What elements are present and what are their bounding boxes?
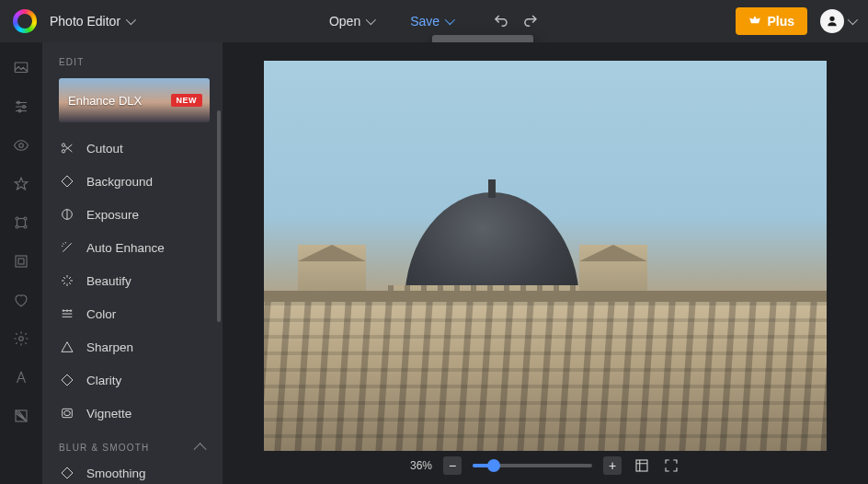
- app-logo[interactable]: [13, 9, 37, 33]
- color-icon: [59, 305, 75, 322]
- tool-vignette[interactable]: Vignette: [42, 397, 223, 430]
- svg-point-5: [16, 217, 18, 220]
- sidebar-scrollbar[interactable]: [217, 110, 221, 322]
- svg-rect-10: [18, 259, 24, 264]
- app-title-dropdown[interactable]: Photo Editor: [50, 14, 133, 29]
- fullscreen-button[interactable]: [662, 456, 680, 475]
- photo-canvas[interactable]: [264, 61, 827, 451]
- zoom-slider[interactable]: [473, 464, 592, 467]
- rail-frame-icon[interactable]: [12, 252, 30, 271]
- rail-heart-icon[interactable]: [12, 291, 30, 309]
- undo-button[interactable]: [493, 13, 509, 29]
- plus-label: Plus: [767, 14, 794, 29]
- zoom-bar: 36% − +: [405, 453, 686, 478]
- svg-rect-9: [16, 256, 27, 267]
- tool-color[interactable]: Color: [42, 297, 223, 330]
- svg-point-6: [24, 217, 27, 220]
- tool-smoothing[interactable]: Smoothing: [42, 456, 223, 484]
- rail-text-icon[interactable]: [12, 368, 30, 386]
- chevron-down-icon: [366, 15, 376, 25]
- svg-point-7: [16, 225, 18, 228]
- zoom-percent-label: 36%: [410, 459, 432, 472]
- top-bar: Photo Editor Open Save Plus: [0, 0, 868, 42]
- chevron-down-icon: [126, 15, 136, 25]
- svg-rect-18: [636, 460, 647, 471]
- rail-star-icon[interactable]: [12, 175, 30, 193]
- account-menu[interactable]: [820, 9, 855, 33]
- save-menu-button[interactable]: Save: [410, 14, 452, 29]
- open-menu-button[interactable]: Open: [329, 14, 373, 29]
- diamond-outline-icon: [59, 372, 75, 388]
- zoom-slider-thumb[interactable]: [487, 459, 500, 472]
- exposure-icon: [59, 206, 75, 223]
- app-title-label: Photo Editor: [50, 14, 120, 29]
- svg-point-4: [19, 144, 24, 148]
- zoom-in-button[interactable]: +: [603, 456, 622, 475]
- tool-clarity[interactable]: Clarity: [42, 363, 223, 397]
- tool-exposure[interactable]: Exposure: [42, 198, 223, 231]
- svg-point-11: [19, 337, 24, 341]
- triangle-icon: [59, 339, 75, 355]
- chevron-up-icon: [194, 443, 207, 455]
- svg-rect-0: [15, 63, 28, 73]
- save-label: Save: [410, 14, 440, 29]
- rail-texture-icon[interactable]: [12, 407, 30, 425]
- fit-screen-button[interactable]: [633, 456, 651, 475]
- svg-point-17: [64, 410, 71, 415]
- promo-enhance-dlx[interactable]: Enhance DLX NEW: [59, 78, 210, 122]
- tool-sharpen[interactable]: Sharpen: [42, 330, 223, 363]
- avatar: [820, 9, 844, 33]
- diamond-icon: [59, 173, 75, 190]
- rail-sliders-icon[interactable]: [12, 98, 30, 116]
- section-blur-label: BLUR & SMOOTH: [59, 443, 149, 453]
- tool-cutout[interactable]: Cutout: [42, 132, 223, 165]
- vignette-icon: [59, 405, 75, 421]
- photo-content: [264, 193, 827, 451]
- open-label: Open: [329, 14, 360, 29]
- section-blur-header[interactable]: BLUR & SMOOTH: [42, 430, 223, 456]
- svg-point-8: [24, 225, 27, 228]
- zoom-out-button[interactable]: −: [443, 456, 462, 475]
- tool-auto-enhance[interactable]: Auto Enhance: [42, 231, 223, 264]
- rail-image-icon[interactable]: [12, 59, 30, 77]
- chevron-down-icon: [848, 15, 858, 25]
- canvas-area: 36% − +: [223, 42, 868, 484]
- sidebar: EDIT Enhance DLX NEW Cutout Background E…: [42, 42, 223, 484]
- wand-icon: [59, 239, 75, 256]
- undo-redo-group: [493, 13, 539, 29]
- top-right-group: Plus: [736, 7, 855, 35]
- promo-label: Enhance DLX: [68, 94, 142, 108]
- tool-beautify[interactable]: Beautify: [42, 264, 223, 297]
- sparkle-icon: [59, 272, 75, 289]
- scissors-icon: [59, 140, 75, 156]
- promo-badge-new: NEW: [171, 94, 203, 107]
- rail-eye-icon[interactable]: [12, 136, 30, 155]
- plus-upgrade-button[interactable]: Plus: [736, 7, 807, 35]
- diamond-icon: [59, 465, 75, 481]
- chevron-down-icon: [445, 15, 455, 25]
- rail-gear-icon[interactable]: [12, 329, 30, 348]
- crown-icon: [748, 15, 761, 28]
- rail-nodes-icon[interactable]: [12, 213, 30, 232]
- left-rail: [0, 42, 42, 484]
- redo-button[interactable]: [522, 13, 539, 29]
- main-body: EDIT Enhance DLX NEW Cutout Background E…: [0, 42, 868, 484]
- tool-background[interactable]: Background: [42, 165, 223, 198]
- section-edit-label: EDIT: [42, 42, 223, 73]
- top-center-menus: Open Save: [329, 13, 539, 29]
